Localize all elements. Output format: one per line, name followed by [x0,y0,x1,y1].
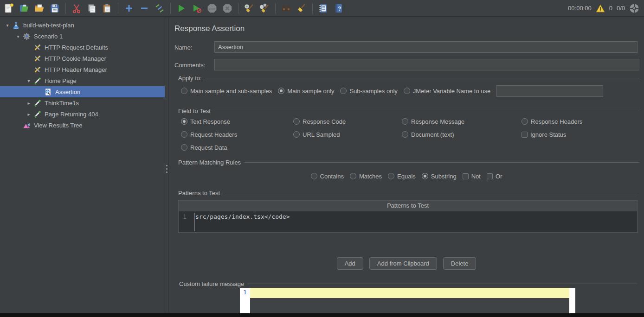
open-button[interactable] [33,2,46,15]
radio-icon [181,88,187,94]
patterns-editor[interactable]: 1 src/pages/index.tsx</code> [178,211,638,233]
stop-button[interactable]: STOP [206,2,219,15]
stop-icon: STOP [206,3,218,14]
tree-item-label: Assertion [55,89,80,95]
radio-option-request-data[interactable]: Request Data [181,144,293,151]
shutdown-button[interactable] [221,2,234,15]
cut-button[interactable] [70,2,83,15]
expander-right-icon[interactable] [24,101,33,106]
tree-item-thinktime1s[interactable]: ThinkTime1s [0,97,165,108]
start-no-pauses-button[interactable] [190,2,203,15]
radio-option-main-sample-only[interactable]: Main sample only [278,88,334,95]
comments-label: Comments: [174,62,205,69]
tree-item-view-results-tree[interactable]: View Results Tree [0,120,165,131]
jmeter-variable-name-field[interactable] [496,85,603,97]
radio-option-response-headers[interactable]: Response Headers [522,118,582,125]
tree-item-label: ThinkTime1s [45,100,79,107]
current-line-highlight[interactable] [250,288,569,298]
templates-button[interactable] [18,2,31,15]
tree-item-http-header-manager[interactable]: HTTP Header Manager [0,64,165,75]
tree-item-page-returning-404[interactable]: Page Returning 404 [0,108,165,120]
checkbox-not[interactable]: Not [463,173,481,180]
tree-item-scenario-1[interactable]: Scenario 1 [0,31,165,42]
radio-icon [293,131,300,138]
checkbox-or[interactable]: Or [487,173,502,180]
checkbox-label: Or [496,173,502,180]
radio-option-text-response[interactable]: Text Response [181,118,293,125]
expander-down-icon[interactable] [3,23,12,28]
name-field[interactable]: Assertion [214,41,638,53]
toolbar: STOP ? 00:00:00 0 0/0 [0,0,644,17]
sampler-icon [33,77,41,85]
clear-button[interactable] [243,2,256,15]
splitter-grip-icon[interactable] [166,165,167,173]
radio-option-sub-samples-only[interactable]: Sub-samples only [340,88,397,95]
function-helper-icon [318,3,329,14]
radio-option-response-message[interactable]: Response Message [402,118,522,125]
checkbox-icon [522,132,528,138]
test-plan-tree: build-web-test-plan Scenario 1 HTTP Requ… [0,17,165,313]
radio-option-main-sample-and-sub-samples[interactable]: Main sample and sub-samples [181,88,272,95]
toolbar-separator [275,3,276,14]
tree-item-home-page[interactable]: Home Page [0,75,165,86]
window-bottom-edge [0,313,644,317]
expander-right-icon[interactable] [24,112,33,117]
radio-option-substring[interactable]: Substring [422,173,457,180]
start-button[interactable] [175,2,188,15]
patterns-group-title: Patterns to Test [178,190,638,197]
radio-option-contains[interactable]: Contains [311,173,344,180]
delete-button[interactable]: Delete [443,257,477,270]
add-button[interactable]: Add [337,257,363,270]
toolbar-status: 00:00:00 0 0/0 [568,3,639,13]
tree-item-http-request-defaults[interactable]: HTTP Request Defaults [0,42,165,53]
remove-element-button[interactable] [138,2,151,15]
pattern-row[interactable]: 1 src/pages/index.tsx</code> [179,211,637,222]
copy-button[interactable] [85,2,98,15]
radio-icon [293,118,300,125]
expander-down-icon[interactable] [13,34,23,39]
sampler-icon [33,110,41,118]
radio-option-url-sampled[interactable]: URL Sampled [293,131,402,138]
tree-item-test-plan[interactable]: build-web-test-plan [0,19,165,31]
open-icon [34,3,45,14]
minus-icon [139,3,150,14]
function-helper-button[interactable] [317,2,330,15]
tree-item-http-cookie-manager[interactable]: HTTP Cookie Manager [0,53,165,64]
config-icon [33,44,41,51]
radio-option-jmeter-variable-name[interactable]: JMeter Variable Name to use [404,88,490,95]
add-from-clipboard-button[interactable]: Add from Clipboard [369,257,437,270]
radio-option-document-text[interactable]: Document (text) [402,131,522,138]
toolbar-separator [118,3,118,14]
new-file-button[interactable] [2,2,15,15]
shutdown-icon [222,3,233,14]
templates-icon [19,3,30,14]
clear-all-button[interactable] [258,2,271,15]
custom-failure-editor[interactable]: 1 [240,288,575,313]
expander-down-icon[interactable] [24,78,33,83]
comments-field[interactable] [214,59,639,70]
toolbar-separator [312,3,313,14]
radio-icon [404,88,410,94]
add-element-button[interactable] [122,2,135,15]
radio-option-matches[interactable]: Matches [350,173,382,180]
checkbox-ignore-status[interactable]: Ignore Status [522,131,582,138]
panel-splitter[interactable] [165,17,169,313]
scrollbar[interactable] [569,288,575,313]
search-icon [281,3,292,14]
paste-button[interactable] [101,2,114,15]
apply-to-group-title: Apply to: [178,75,639,82]
tree-item-assertion[interactable]: Assertion [0,86,165,97]
radio-label: Substring [431,173,457,180]
save-button[interactable] [48,2,61,15]
toggle-button[interactable] [153,2,166,15]
help-button[interactable]: ? [332,2,345,15]
radio-icon [350,173,356,179]
radio-option-request-headers[interactable]: Request Headers [181,131,293,138]
radio-option-response-code[interactable]: Response Code [293,118,402,125]
search-button[interactable] [280,2,293,15]
radio-option-equals[interactable]: Equals [388,173,416,180]
warning-indicator[interactable] [596,4,605,13]
radio-label: Contains [320,173,344,180]
radio-label: Matches [359,173,382,180]
search-reset-button[interactable] [295,2,308,15]
